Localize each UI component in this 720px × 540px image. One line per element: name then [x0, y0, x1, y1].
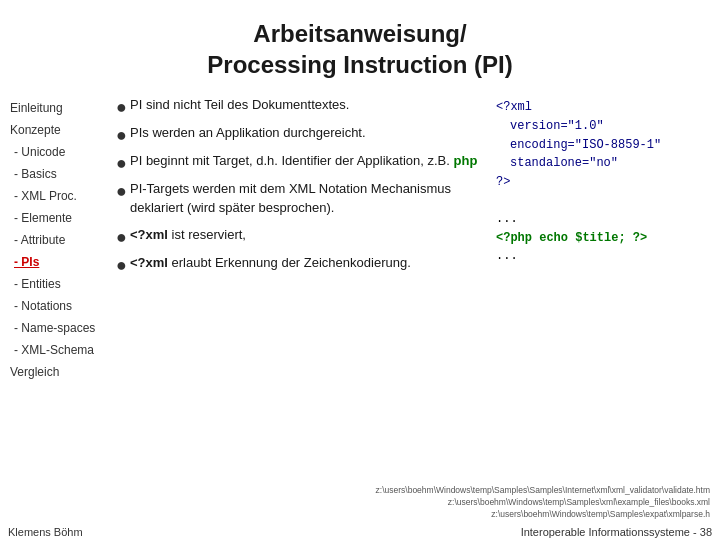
code-block: <?xml version="1.0" encoding="ISO-8859-1… [490, 94, 710, 483]
footer-course: Interoperable Informationssysteme - 38 [521, 526, 712, 538]
sidebar-item-notations[interactable]: - Notations [8, 296, 102, 316]
bullet-dot-5: ● [116, 228, 130, 246]
bullet-text-3: PI beginnt mit Target, d.h. Identifier d… [130, 152, 480, 171]
file-paths: z:\users\boehm\Windows\temp\Samples\Samp… [116, 483, 710, 521]
footer-author: Klemens Böhm [8, 526, 83, 538]
bullet-text-2: PIs werden an Applikation durchgereicht. [130, 124, 480, 143]
sidebar-item-elemente[interactable]: - Elemente [8, 208, 102, 228]
code-line-dots1: ... [496, 210, 704, 229]
bullet-list: ● PI sind nicht Teil des Dokumenttextes.… [116, 94, 480, 483]
title-line2: Processing Instruction (PI) [207, 51, 512, 78]
footer-row: Klemens Böhm Interoperable Informationss… [0, 525, 720, 540]
bullet-text-5: <?xml ist reserviert, [130, 226, 480, 245]
bullet-text-6: <?xml erlaubt Erkennung der Zeichenkodie… [130, 254, 480, 273]
sidebar-item-attribute[interactable]: - Attribute [8, 230, 102, 250]
code-line-1: <?xml [496, 98, 704, 117]
sidebar: Einleitung Konzepte - Unicode - Basics -… [0, 90, 110, 525]
xml-bold-2: <?xml [130, 255, 168, 270]
page: Arbeitsanweisung/ Processing Instruction… [0, 0, 720, 540]
bullets-and-code: ● PI sind nicht Teil des Dokumenttextes.… [116, 94, 710, 483]
php-highlight: php [454, 153, 478, 168]
sidebar-item-unicode[interactable]: - Unicode [8, 142, 102, 162]
path-1: z:\users\boehm\Windows\temp\Samples\Samp… [376, 485, 710, 495]
sidebar-item-pis[interactable]: - PIs [8, 252, 102, 272]
code-line-blank [496, 191, 704, 210]
sidebar-item-xmlproc[interactable]: - XML Proc. [8, 186, 102, 206]
code-line-dots2: ... [496, 247, 704, 266]
code-line-php: <?php echo $title; ?> [496, 229, 704, 248]
sidebar-item-einleitung[interactable]: Einleitung [8, 98, 102, 118]
main-content: ● PI sind nicht Teil des Dokumenttextes.… [110, 90, 720, 525]
sidebar-item-basics[interactable]: - Basics [8, 164, 102, 184]
code-line-2: version="1.0" [496, 117, 704, 136]
bullet-text-4: PI-Targets werden mit dem XML Notation M… [130, 180, 480, 218]
sidebar-item-namespaces[interactable]: - Name-spaces [8, 318, 102, 338]
code-line-4: standalone="no" [496, 154, 704, 173]
sidebar-item-vergleich[interactable]: Vergleich [8, 362, 102, 382]
bullet-5: ● <?xml ist reserviert, [116, 226, 480, 246]
slide-title: Arbeitsanweisung/ Processing Instruction… [0, 0, 720, 90]
xml-bold-1: <?xml [130, 227, 168, 242]
content-area: Einleitung Konzepte - Unicode - Basics -… [0, 90, 720, 525]
bullet-3: ● PI beginnt mit Target, d.h. Identifier… [116, 152, 480, 172]
bullet-dot-4: ● [116, 182, 130, 200]
bullet-1: ● PI sind nicht Teil des Dokumenttextes. [116, 96, 480, 116]
bullet-dot-6: ● [116, 256, 130, 274]
code-line-5: ?> [496, 173, 704, 192]
bullet-dot-1: ● [116, 98, 130, 116]
title-line1: Arbeitsanweisung/ [253, 20, 466, 47]
sidebar-item-konzepte[interactable]: Konzepte [8, 120, 102, 140]
bullet-2: ● PIs werden an Applikation durchgereich… [116, 124, 480, 144]
path-3: z:\users\boehm\Windows\temp\Samples\expa… [491, 509, 710, 519]
bullet-6: ● <?xml erlaubt Erkennung der Zeichenkod… [116, 254, 480, 274]
sidebar-item-xmlschema[interactable]: - XML-Schema [8, 340, 102, 360]
bullet-4: ● PI-Targets werden mit dem XML Notation… [116, 180, 480, 218]
bullet-dot-3: ● [116, 154, 130, 172]
path-2: z:\users\boehm\Windows\temp\Samples\xml\… [448, 497, 710, 507]
sidebar-item-entities[interactable]: - Entities [8, 274, 102, 294]
bullet-dot-2: ● [116, 126, 130, 144]
code-line-3: encoding="ISO-8859-1" [496, 136, 704, 155]
bullet-text-1: PI sind nicht Teil des Dokumenttextes. [130, 96, 480, 115]
